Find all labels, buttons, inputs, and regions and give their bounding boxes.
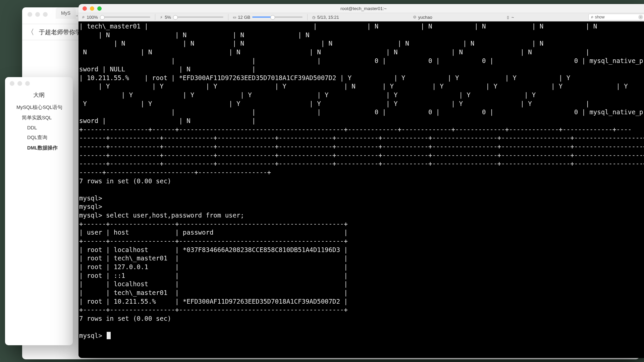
separator bbox=[307, 14, 308, 20]
outline-list: MySQL核心SQL语句简单实践SQLDDLDQL查询DML数据操作 bbox=[5, 102, 73, 153]
search-value: show bbox=[595, 15, 604, 19]
outline-max-dot[interactable] bbox=[25, 81, 30, 86]
page-title: 于超老师带你学 bbox=[39, 28, 81, 36]
terminal-window: root@tech_master01:~ ⌕ 100% ⚡ 5% ▭ 12 GB… bbox=[78, 4, 644, 358]
outline-title: 大纲 bbox=[5, 90, 73, 102]
status-path[interactable]: ▯ ~ bbox=[506, 14, 514, 20]
folder-icon: ▯ bbox=[506, 14, 509, 20]
memory-value: 12 GB bbox=[238, 15, 250, 20]
zoom-value: 100% bbox=[87, 15, 98, 20]
user-value: yuchao bbox=[418, 15, 432, 20]
path-value: ~ bbox=[512, 15, 514, 20]
cpu-slider[interactable] bbox=[173, 16, 223, 18]
status-cpu[interactable]: ⚡ 5% bbox=[160, 14, 223, 20]
separator bbox=[155, 14, 155, 20]
zoom-icon: ⌕ bbox=[82, 14, 85, 20]
outline-traffic-lights bbox=[5, 77, 73, 90]
cpu-value: 5% bbox=[165, 15, 171, 20]
outline-min-dot[interactable] bbox=[17, 81, 22, 86]
separator bbox=[228, 14, 228, 20]
status-user: ☺ yuchao bbox=[413, 14, 432, 20]
outline-panel: 大纲 MySQL核心SQL语句简单实践SQLDDLDQL查询DML数据操作 bbox=[5, 77, 73, 345]
safari-tab[interactable]: MyS bbox=[56, 7, 76, 19]
safari-min-dot[interactable] bbox=[35, 12, 40, 17]
status-zoom[interactable]: ⌕ 100% bbox=[82, 14, 150, 20]
user-icon: ☺ bbox=[413, 14, 416, 20]
status-datetime: ◷ 5/13, 15:21 bbox=[312, 14, 339, 20]
terminal-title: root@tech_master01:~ bbox=[78, 6, 644, 11]
terminal-body[interactable]: | tech\_master01 | | | N | N | N | N | N… bbox=[78, 21, 644, 358]
outline-item[interactable]: DML数据操作 bbox=[5, 143, 73, 153]
outline-close-dot[interactable] bbox=[10, 81, 14, 86]
zoom-slider[interactable] bbox=[100, 16, 150, 18]
outline-item[interactable]: 简单实践SQL bbox=[5, 113, 73, 123]
safari-close-dot[interactable] bbox=[28, 12, 32, 17]
terminal-cursor bbox=[107, 332, 111, 339]
status-memory: ▭ 12 GB bbox=[233, 14, 303, 20]
datetime-value: 5/13, 15:21 bbox=[317, 15, 339, 20]
clock-icon: ◷ bbox=[312, 14, 315, 20]
outline-item[interactable]: MySQL核心SQL语句 bbox=[5, 102, 73, 113]
safari-tab-label: MyS bbox=[61, 10, 70, 16]
memory-bar bbox=[252, 16, 303, 18]
search-input[interactable]: ⌕ show × bbox=[588, 14, 644, 20]
terminal-statusbar: ⌕ 100% ⚡ 5% ▭ 12 GB ◷ 5/13, 15:21 ☺ yuch… bbox=[78, 13, 644, 21]
bolt-icon: ⚡ bbox=[160, 14, 163, 20]
safari-traffic-lights bbox=[28, 12, 48, 17]
outline-item[interactable]: DQL查询 bbox=[5, 132, 73, 143]
terminal-titlebar: root@tech_master01:~ bbox=[78, 4, 644, 13]
safari-max-dot[interactable] bbox=[43, 12, 48, 17]
search-icon: ⌕ bbox=[591, 14, 593, 20]
outline-item[interactable]: DDL bbox=[5, 123, 73, 132]
page-back-chevron-icon[interactable]: 〈 bbox=[27, 27, 34, 37]
clear-search-icon[interactable]: × bbox=[638, 15, 643, 19]
memory-icon: ▭ bbox=[233, 14, 236, 20]
